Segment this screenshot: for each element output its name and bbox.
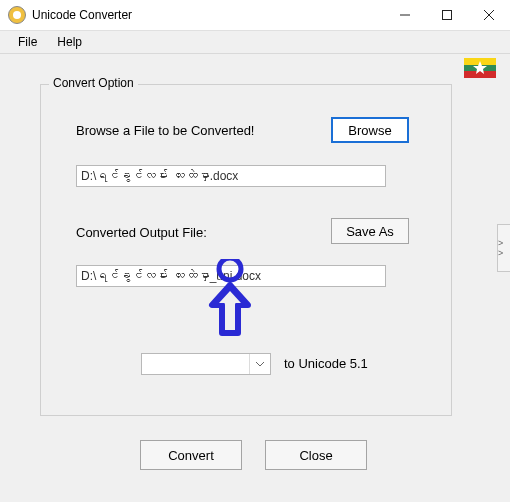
- encoding-select[interactable]: [141, 353, 271, 375]
- maximize-button[interactable]: [426, 0, 468, 30]
- minimize-button[interactable]: [384, 0, 426, 30]
- svg-rect-1: [443, 11, 452, 20]
- group-legend: Convert Option: [49, 76, 138, 90]
- window-title: Unicode Converter: [32, 8, 132, 22]
- convert-option-group: Convert Option Browse a File to be Conve…: [40, 84, 452, 416]
- language-flag-icon[interactable]: [464, 58, 496, 78]
- convert-button[interactable]: Convert: [140, 440, 242, 470]
- browse-label: Browse a File to be Converted!: [76, 123, 254, 138]
- app-icon: [8, 6, 26, 24]
- menubar: File Help: [0, 31, 510, 54]
- output-file-value: D:\ရင်ခွင်လမ်း လေးထဲမှာ_uni.docx: [81, 269, 261, 283]
- svg-line-2: [484, 10, 494, 20]
- titlebar: Unicode Converter: [0, 0, 510, 31]
- input-file-value: D:\ရင်ခွင်လမ်း လေးထဲမှာ.docx: [81, 169, 238, 183]
- browse-button-label: Browse: [348, 123, 391, 138]
- output-file-field[interactable]: D:\ရင်ခွင်လမ်း လေးထဲမှာ_uni.docx: [76, 265, 386, 287]
- close-window-button[interactable]: [468, 0, 510, 30]
- saveas-button-label: Save As: [346, 224, 394, 239]
- chevron-down-icon: [249, 354, 270, 374]
- close-button[interactable]: Close: [265, 440, 367, 470]
- expand-handle[interactable]: > >: [497, 224, 510, 272]
- browse-button[interactable]: Browse: [331, 117, 409, 143]
- input-file-field[interactable]: D:\ရင်ခွင်လမ်း လေးထဲမှာ.docx: [76, 165, 386, 187]
- svg-rect-6: [464, 71, 496, 78]
- expand-handle-label: > >: [498, 238, 510, 258]
- to-unicode-label: to Unicode 5.1: [284, 356, 368, 371]
- convert-button-label: Convert: [168, 448, 214, 463]
- menu-file[interactable]: File: [8, 33, 47, 51]
- svg-line-3: [484, 10, 494, 20]
- saveas-button[interactable]: Save As: [331, 218, 409, 244]
- client-area: Convert Option Browse a File to be Conve…: [0, 54, 510, 502]
- menu-help[interactable]: Help: [47, 33, 92, 51]
- output-label: Converted Output File:: [76, 225, 207, 240]
- close-button-label: Close: [299, 448, 332, 463]
